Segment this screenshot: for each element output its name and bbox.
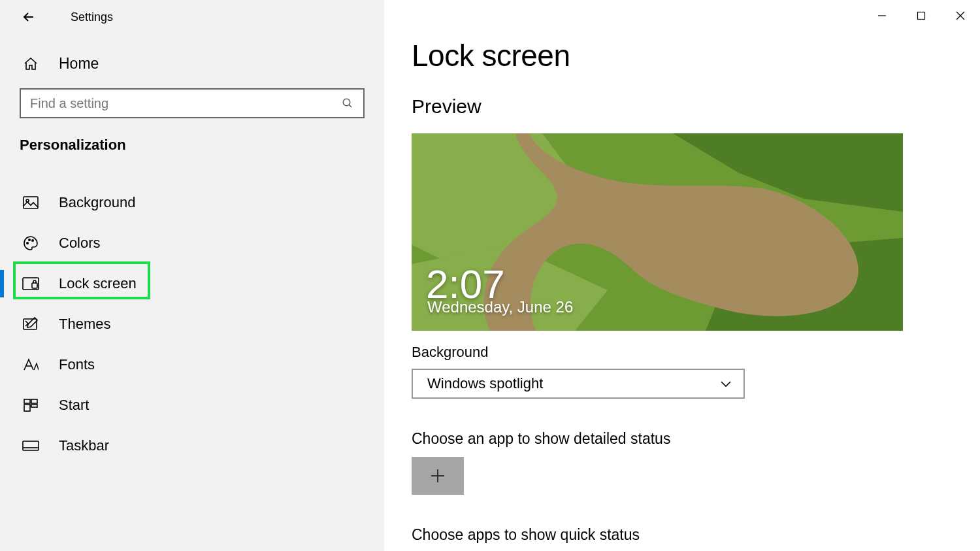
lockscreen-icon — [22, 275, 39, 292]
add-detailed-status-app-button[interactable] — [412, 457, 464, 495]
svg-point-4 — [29, 239, 30, 241]
svg-rect-8 — [24, 319, 37, 329]
home-icon — [22, 56, 39, 73]
svg-rect-10 — [31, 399, 37, 403]
search-box[interactable] — [20, 88, 365, 118]
home-link[interactable]: Home — [0, 29, 384, 88]
sidebar: Settings Home Personalization Backgro — [0, 0, 384, 551]
picture-icon — [22, 194, 39, 211]
minimize-icon — [877, 11, 887, 20]
sidebar-item-label: Taskbar — [59, 437, 109, 454]
taskbar-icon — [22, 437, 39, 454]
minimize-button[interactable] — [862, 4, 902, 27]
quick-status-label: Choose apps to show quick status — [412, 526, 980, 544]
close-icon — [955, 10, 966, 21]
background-dropdown[interactable]: Windows spotlight — [412, 369, 745, 399]
sidebar-item-background[interactable]: Background — [0, 182, 384, 223]
sidebar-item-label: Colors — [59, 235, 101, 252]
sidebar-item-themes[interactable]: Themes — [0, 304, 384, 344]
search-input[interactable] — [30, 96, 341, 111]
sidebar-item-start[interactable]: Start — [0, 385, 384, 426]
category-title: Personalization — [0, 137, 384, 154]
themes-icon — [22, 316, 39, 333]
svg-rect-1 — [24, 197, 38, 209]
sidebar-header: Settings — [0, 0, 384, 29]
search-container — [20, 88, 365, 118]
svg-rect-12 — [31, 405, 37, 407]
svg-point-5 — [32, 240, 33, 241]
sidebar-item-fonts[interactable]: Fonts — [0, 344, 384, 385]
lock-screen-preview[interactable]: 2:07 Wednesday, June 26 — [412, 133, 903, 331]
start-icon — [22, 397, 39, 414]
detailed-status-label: Choose an app to show detailed status — [412, 430, 980, 448]
settings-window: Settings Home Personalization Backgro — [0, 0, 980, 551]
nav-list: Background Colors Lock screen Themes — [0, 182, 384, 466]
home-label: Home — [59, 55, 99, 73]
sidebar-item-label: Fonts — [59, 356, 95, 373]
app-title: Settings — [71, 10, 113, 24]
sidebar-item-label: Start — [59, 397, 89, 414]
svg-point-0 — [343, 99, 350, 106]
svg-rect-16 — [918, 12, 925, 20]
fonts-icon — [22, 356, 39, 373]
sidebar-item-label: Background — [59, 194, 135, 211]
svg-rect-7 — [32, 283, 37, 288]
sidebar-item-colors[interactable]: Colors — [0, 223, 384, 263]
maximize-icon — [917, 11, 926, 20]
background-label: Background — [412, 344, 980, 361]
preview-date: Wednesday, June 26 — [427, 298, 573, 316]
window-controls — [862, 4, 980, 27]
sidebar-item-label: Themes — [59, 316, 110, 333]
sidebar-item-label: Lock screen — [59, 275, 137, 292]
close-button[interactable] — [941, 4, 980, 27]
dropdown-value: Windows spotlight — [427, 375, 543, 392]
maximize-button[interactable] — [902, 4, 941, 27]
main-content: Lock screen Preview 2:07 Wednesday, June… — [384, 0, 980, 551]
search-icon — [341, 97, 354, 110]
back-button[interactable] — [16, 4, 42, 30]
svg-rect-11 — [24, 405, 30, 411]
preview-heading: Preview — [412, 95, 980, 118]
svg-rect-9 — [24, 399, 30, 403]
sidebar-item-taskbar[interactable]: Taskbar — [0, 426, 384, 466]
svg-point-3 — [27, 242, 28, 244]
svg-rect-13 — [23, 441, 39, 450]
palette-icon — [22, 235, 39, 252]
plus-icon — [429, 467, 447, 485]
page-title: Lock screen — [412, 38, 980, 73]
back-arrow-icon — [21, 9, 37, 25]
sidebar-item-lock-screen[interactable]: Lock screen — [0, 263, 384, 304]
chevron-down-icon — [720, 378, 732, 390]
